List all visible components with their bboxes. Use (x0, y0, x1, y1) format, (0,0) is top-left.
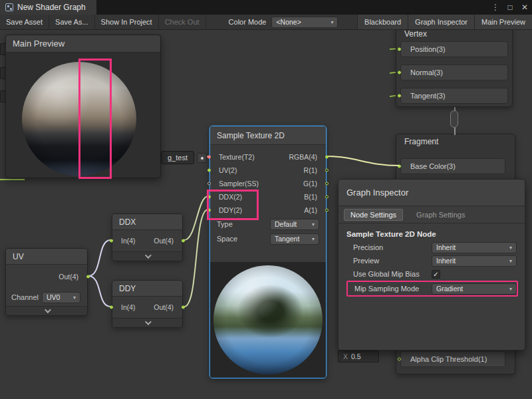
type-label: Type (217, 220, 270, 228)
input-ddy[interactable]: DDY(2) (210, 203, 277, 217)
collapse-chevron-icon (145, 319, 152, 325)
collapse-chevron-icon (44, 307, 51, 313)
mip-bias-checkbox[interactable]: ✓ (432, 270, 440, 279)
output-r[interactable]: R(1) (274, 164, 326, 177)
output-rgba[interactable]: RGBA(4) (274, 150, 326, 164)
input-texture[interactable]: Texture(T2) (210, 150, 277, 164)
node-ddy[interactable]: DDY In(4) Out(4) (112, 280, 183, 328)
node-uv[interactable]: UV Out(4) Channel UV0 (5, 248, 88, 316)
node-sample-texture-2d[interactable]: Sample Texture 2D Texture(T2) UV(2) Samp… (209, 126, 327, 378)
alpha-clip-value-field[interactable]: X 0.5 (338, 350, 379, 362)
sample-texture-title: Sample Texture 2D (210, 126, 326, 145)
ddy-input-port[interactable] (207, 209, 211, 212)
texture-picker-icon[interactable] (197, 153, 207, 163)
wire-rgba-to-basecolor[interactable] (327, 156, 399, 166)
document-tab[interactable]: New Shader Graph (0, 0, 96, 15)
uv-output-row[interactable]: Out(4) (6, 265, 87, 289)
ddx-input-port[interactable] (207, 196, 211, 199)
color-mode-dropdown[interactable]: <None> (271, 17, 338, 28)
maximize-icon[interactable]: □ (503, 0, 517, 15)
normal-port[interactable] (398, 71, 401, 74)
uv-title: UV (6, 249, 87, 265)
g-output-port[interactable] (325, 182, 329, 186)
shader-graph-icon (5, 3, 13, 11)
graph-inspector-header[interactable]: Graph Inspector (338, 180, 525, 206)
mip-sampling-highlight: Mip Sampling Mode Gradient (346, 281, 518, 297)
output-b[interactable]: B(1) (274, 190, 326, 203)
block-tangent[interactable]: Tangent(3) (400, 88, 508, 104)
toolbar: Save Asset Save As... Show In Project Ch… (0, 15, 532, 30)
tab-node-settings[interactable]: Node Settings (344, 209, 403, 221)
tangent-port[interactable] (398, 94, 401, 98)
node-ddx[interactable]: DDX In(4) Out(4) (112, 213, 183, 261)
input-uv[interactable]: UV(2) (210, 164, 277, 177)
node-property-gtest[interactable]: g_test (161, 150, 213, 165)
position-port[interactable] (398, 48, 401, 51)
show-in-project-button[interactable]: Show In Project (95, 15, 159, 29)
wire-uv-to-ddx[interactable] (88, 240, 110, 276)
tree-sphere-preview (213, 265, 323, 374)
save-asset-button[interactable]: Save Asset (0, 15, 49, 29)
channel-dropdown[interactable]: UV0 (42, 292, 80, 303)
uv-out-port[interactable] (86, 275, 90, 279)
collapse-chevron-icon (145, 252, 152, 259)
uv-input-port[interactable] (207, 169, 211, 172)
a-output-port[interactable] (325, 209, 329, 212)
uv-collapse-button[interactable] (6, 306, 87, 315)
tab-graph-settings[interactable]: Graph Settings (412, 209, 469, 220)
preview-label: Preview (346, 257, 432, 265)
mip-bias-label: Use Global Mip Bias (346, 270, 432, 278)
ddx-title: DDX (112, 214, 182, 230)
vertex-fragment-connector (450, 110, 458, 128)
titlebar: New Shader Graph ⋮ □ ✕ (0, 0, 532, 15)
sampler-input-port[interactable] (207, 182, 211, 186)
wire-ddx-to-sample[interactable] (184, 196, 208, 240)
main-preview-header[interactable]: Main Preview (6, 35, 160, 53)
ddx-in-port[interactable] (110, 239, 113, 243)
wire-uv-to-ddy[interactable] (88, 276, 110, 307)
r-output-port[interactable] (325, 169, 329, 172)
vertex-title: Vertex (404, 29, 427, 39)
output-a[interactable]: A(1) (274, 203, 326, 217)
color-mode-label: Color Mode (223, 15, 272, 29)
ddy-in-port[interactable] (110, 306, 113, 309)
window-controls: ⋮ □ ✕ (488, 0, 532, 15)
document-title: New Shader Graph (17, 3, 86, 12)
input-ddx[interactable]: DDX(2) (210, 190, 277, 203)
block-normal[interactable]: Normal(3) (400, 65, 508, 80)
node-preview-image (210, 262, 326, 378)
graph-canvas[interactable]: Fragment Base Color(3) Alpha Clip Thresh… (0, 30, 532, 399)
graph-inspector-panel[interactable]: Graph Inspector Node Settings Graph Sett… (338, 179, 525, 350)
ddx-out-port[interactable] (182, 239, 185, 243)
wire-ddy-to-sample[interactable] (184, 209, 208, 307)
output-g[interactable]: G(1) (274, 177, 326, 190)
ddy-collapse-button[interactable] (112, 318, 182, 327)
texture-input-port[interactable] (207, 156, 211, 159)
main-preview-panel[interactable]: Main Preview (5, 35, 161, 178)
save-as-button[interactable]: Save As... (49, 15, 95, 29)
node-vertex[interactable]: Vertex Position(3) Normal(3) Tangent(3) (396, 26, 513, 107)
input-sampler[interactable]: Sampler(SS) (210, 177, 277, 190)
check-icon: ✓ (433, 271, 438, 278)
inspector-node-title: Sample Texture 2D Node (346, 227, 517, 241)
close-icon[interactable]: ✕ (517, 0, 532, 15)
more-menu-icon[interactable]: ⋮ (488, 0, 503, 15)
precision-dropdown[interactable]: Inherit (432, 242, 517, 253)
space-dropdown[interactable]: Tangent (270, 233, 319, 245)
channel-label: Channel (11, 293, 39, 301)
b-output-port[interactable] (325, 196, 329, 199)
main-preview-toggle-button[interactable]: Main Preview (474, 15, 532, 29)
block-position[interactable]: Position(3) (400, 41, 508, 57)
graph-inspector-toggle-button[interactable]: Graph Inspector (408, 15, 474, 29)
blackboard-toggle-button[interactable]: Blackboard (357, 15, 408, 29)
ddx-collapse-button[interactable] (112, 251, 182, 261)
check-out-button: Check Out (159, 15, 206, 29)
mip-mode-dropdown[interactable]: Gradient (432, 283, 517, 295)
mip-mode-label: Mip Sampling Mode (348, 285, 432, 293)
space-label: Space (217, 235, 270, 243)
rgba-output-port[interactable] (325, 156, 329, 159)
type-dropdown[interactable]: Default (270, 219, 319, 230)
precision-label: Precision (346, 243, 432, 251)
preview-dropdown[interactable]: Inherit (432, 255, 517, 267)
ddy-out-port[interactable] (182, 306, 185, 309)
